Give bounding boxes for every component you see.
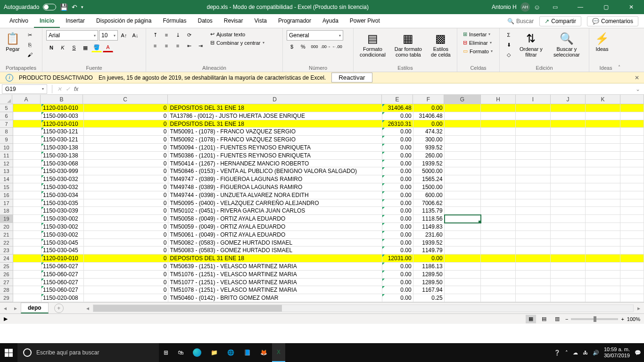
excel-taskbar-icon[interactable]: X (272, 343, 285, 362)
cell[interactable] (551, 286, 586, 294)
cell[interactable]: 1939.52 (413, 160, 445, 168)
cell[interactable]: 0.00 (382, 263, 413, 271)
cell[interactable]: 0.00 (382, 279, 413, 287)
cell[interactable] (551, 239, 586, 247)
cell[interactable] (481, 271, 516, 279)
cell[interactable] (445, 231, 481, 239)
cell[interactable] (516, 104, 551, 112)
cell[interactable] (620, 104, 644, 112)
cell[interactable]: TM50082 - (0583) - GOMEZ HURTADO ISMAEL (168, 239, 382, 247)
cell[interactable]: TM50059 - (0049) - ORTIZ AYALA EDUARDO (168, 223, 382, 231)
cell[interactable] (481, 247, 516, 255)
row-header[interactable]: 18 (0, 207, 13, 215)
cell[interactable] (445, 223, 481, 231)
cell[interactable]: 0.00 (382, 175, 413, 183)
decrease-decimal-icon[interactable]: ←.00 (332, 42, 342, 51)
cell[interactable] (481, 279, 516, 287)
cell[interactable]: 1150-030-121 (41, 128, 84, 136)
increase-font-icon[interactable]: A↑ (119, 31, 129, 40)
cell[interactable]: 0 (84, 112, 169, 120)
cell[interactable] (620, 294, 644, 302)
cell[interactable]: 26310.31 (382, 120, 413, 128)
cell[interactable]: 0 (84, 128, 169, 136)
cell[interactable]: 0 (84, 271, 169, 279)
cell[interactable] (516, 255, 551, 263)
cell[interactable] (586, 152, 620, 160)
cell[interactable] (620, 271, 644, 279)
cell[interactable] (445, 279, 481, 287)
cell[interactable]: TM50083 - (0583) - GOMEZ HURTADO ISMAEL (168, 247, 382, 255)
cell[interactable] (586, 247, 620, 255)
cell[interactable] (13, 279, 41, 287)
cell[interactable]: 1150-090-003 (41, 112, 84, 120)
cell[interactable]: 1186.13 (413, 263, 445, 271)
cell[interactable] (551, 120, 586, 128)
cell[interactable] (586, 215, 620, 223)
cell[interactable] (445, 104, 481, 112)
cell[interactable] (551, 215, 586, 223)
accept-formula-icon[interactable]: ✓ (64, 86, 72, 92)
select-all-corner[interactable] (0, 95, 12, 104)
cell[interactable] (13, 152, 41, 160)
cell[interactable]: TM49747 - (0389) - FIGUEROA LAGUNAS RAMI… (168, 175, 382, 183)
cell[interactable] (13, 128, 41, 136)
cancel-formula-icon[interactable]: ✕ (55, 86, 64, 92)
cell[interactable] (551, 223, 586, 231)
row-header[interactable]: 15 (0, 183, 13, 191)
cell[interactable] (516, 175, 551, 183)
cell[interactable] (586, 144, 620, 152)
cell[interactable]: 0 (84, 191, 169, 199)
cell[interactable] (620, 112, 644, 120)
menu-tab-datos[interactable]: Datos (192, 15, 218, 28)
cell[interactable] (620, 183, 644, 191)
row-header[interactable]: 21 (0, 231, 13, 239)
cell[interactable] (13, 167, 41, 175)
cell[interactable]: 0 (84, 207, 169, 215)
indent-dec-icon[interactable]: ⇤ (184, 41, 194, 50)
sort-filter-button[interactable]: ⇅Ordenar y filtrar (517, 30, 545, 59)
cell[interactable] (516, 286, 551, 294)
row-header[interactable]: 19 (0, 215, 13, 223)
tab-nav-next-icon[interactable]: ▸ (10, 305, 21, 312)
normal-view-icon[interactable]: ▦ (526, 315, 536, 323)
cell[interactable] (13, 263, 41, 271)
row-header[interactable]: 27 (0, 279, 13, 287)
cell[interactable]: 0.00 (413, 120, 445, 128)
cell[interactable]: 474.32 (413, 128, 445, 136)
cell[interactable] (586, 263, 620, 271)
cell[interactable] (551, 144, 586, 152)
cell[interactable] (445, 128, 481, 136)
cell[interactable] (445, 255, 481, 263)
taskbar-search[interactable]: Escribe aquí para buscar (17, 343, 159, 362)
horizontal-scrollbar[interactable] (93, 304, 634, 312)
menu-tab-archivo[interactable]: Archivo (4, 15, 34, 28)
cell[interactable]: 0 (84, 294, 169, 302)
cell[interactable]: 1120-010-010 (41, 104, 84, 112)
cell[interactable] (13, 271, 41, 279)
font-color-icon[interactable]: A (103, 43, 113, 52)
start-button[interactable] (0, 343, 17, 362)
cell[interactable]: 0 (84, 144, 169, 152)
cell[interactable]: 0 (84, 239, 169, 247)
align-bottom-icon[interactable]: ⤓ (173, 30, 183, 40)
cell[interactable]: 1149.79 (413, 247, 445, 255)
delete-cells-button[interactable]: ⊟Eliminar▾ (461, 39, 494, 47)
cell[interactable] (445, 183, 481, 191)
cell[interactable] (481, 255, 516, 263)
font-size-select[interactable]: 10▾ (99, 30, 118, 41)
cell[interactable]: 0 (84, 183, 169, 191)
border-icon[interactable]: ▦ (80, 43, 91, 52)
cell[interactable]: 0.00 (382, 183, 413, 191)
share-button[interactable]: ↗ Compartir (539, 16, 581, 26)
thousands-icon[interactable]: 000 (309, 42, 320, 51)
name-box[interactable]: G19▾ (2, 84, 47, 94)
store-icon[interactable]: 🛍 (173, 343, 188, 362)
align-right-icon[interactable]: ≡ (173, 41, 183, 50)
cell[interactable] (586, 239, 620, 247)
task-view-icon[interactable]: ⊞ (159, 343, 173, 362)
cell[interactable] (586, 128, 620, 136)
cell[interactable] (445, 207, 481, 215)
number-format-select[interactable]: General▾ (287, 30, 343, 41)
cell[interactable]: 5000.00 (413, 167, 445, 175)
cell[interactable] (481, 120, 516, 128)
